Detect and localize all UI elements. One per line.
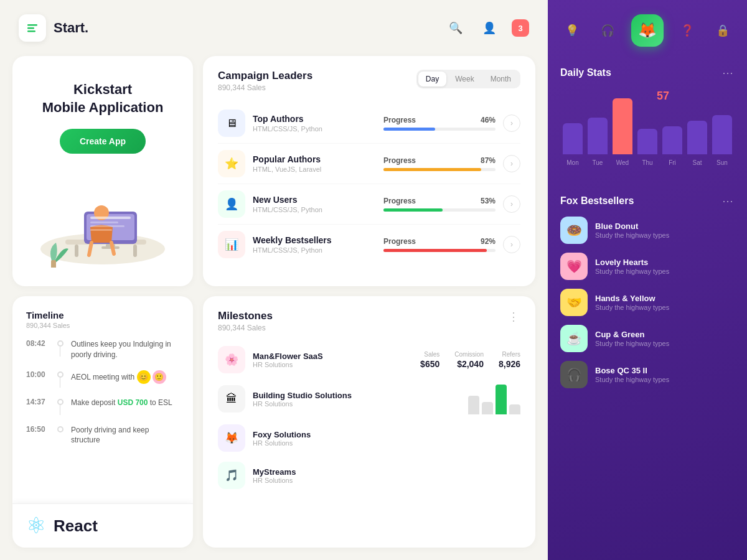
sidebar-icon-headphones[interactable]: 🎧 [595, 18, 620, 43]
filter-week[interactable]: Week [448, 72, 481, 86]
progress-label-3: Progress53% [383, 197, 496, 205]
campaign-arrow-4[interactable]: › [503, 236, 520, 253]
milestone-info-2: Building Studio Solutions HR Solutions [253, 391, 461, 408]
chart-bar-sat [687, 121, 707, 154]
milestone-name-1: Man&Flower SaaS [253, 352, 413, 361]
create-app-button[interactable]: Create App [60, 129, 146, 154]
bs-thumb-1: 🍩 [560, 217, 588, 244]
chart-bar-wrap-tue: Tue [588, 98, 608, 166]
milestone-row-1: 🌸 Man&Flower SaaS HR Solutions Sales $65… [218, 341, 520, 378]
sidebar-icon-fox-active[interactable]: 🦊 [631, 14, 664, 47]
daily-stats-title: Daily Stats [560, 67, 611, 78]
chart-bar-wrap-sun: Sun [712, 98, 732, 166]
milestone-row-2: 🏛 Building Studio Solutions HR Solutions [218, 378, 520, 419]
react-logo-icon: ⚛ [26, 513, 46, 539]
milestone-name-2: Building Studio Solutions [253, 391, 461, 400]
user-icon[interactable]: 👤 [478, 17, 500, 39]
mini-chart-building [468, 383, 520, 414]
campaign-icon-2: ⭐ [218, 150, 245, 177]
bs-sub-3: Study the highway types [595, 304, 735, 311]
filter-day[interactable]: Day [418, 72, 446, 86]
bs-info-1: Blue Donut Study the highway types [595, 222, 735, 239]
mini-bar-3 [496, 385, 507, 414]
sidebar-icon-lock[interactable]: 🔒 [710, 18, 735, 43]
chart-bar-thu [637, 129, 657, 154]
timeline-item-1: 08:42 Outlines keep you Indulging in poo… [26, 339, 179, 360]
chart-area: 57 Mon Tue Wed Thu Fri Sat Sun [560, 90, 735, 177]
progress-bar-bg-4 [383, 249, 496, 252]
campaign-row-3: 👤 New Users HTML/CSS/JS, Python Progress… [218, 184, 520, 225]
timeline-item-3: 14:37 Make deposit USD 700 to ESL [26, 398, 179, 415]
milestone-cat-4: HR Solutions [253, 477, 520, 484]
timeline-subtitle: 890,344 Sales [26, 322, 179, 329]
svg-rect-14 [90, 222, 118, 223]
right-sidebar: 💡 🎧 🦊 ❓ 🔒 Daily Stats ⋯ 57 Mon Tue Wed T… [548, 0, 747, 560]
bs-thumb-3: 🤝 [560, 289, 588, 316]
avatar-1: 😊 [137, 370, 151, 384]
timeline-item-4: 16:50 Poorly driving and keep structure [26, 425, 179, 446]
mini-bar-4 [509, 404, 520, 414]
milestone-info-1: Man&Flower SaaS HR Solutions [253, 352, 413, 368]
campaign-name-3: New Users [253, 195, 376, 205]
chart-bar-wrap-wed: Wed [613, 98, 632, 166]
campaign-info-2: Popular Authors HTML, VueJS, Laravel [253, 154, 376, 173]
chart-bar-wed [613, 98, 632, 154]
bs-info-2: Lovely Hearts Study the highway types [595, 258, 735, 275]
fox-bestsellers-section: Fox Bestsellers ⋯ 🍩 Blue Donut Study the… [548, 187, 747, 560]
campaign-arrow-1[interactable]: › [503, 114, 520, 132]
bs-info-3: Hands & Yellow Study the highway types [595, 294, 735, 311]
chart-day-label-sat: Sat [692, 159, 702, 166]
milestones-card: Milestones 890,344 Sales ⋮ 🌸 Man&Flower … [203, 296, 535, 548]
milestone-name-3: Foxy Solutions [253, 430, 520, 439]
svg-rect-6 [133, 245, 137, 257]
notification-badge[interactable]: 3 [512, 19, 529, 37]
timeline-text-2: AEOL meeting with [71, 373, 137, 381]
svg-rect-13 [90, 217, 131, 219]
bs-thumb-2: 💗 [560, 253, 588, 280]
campaign-tags-1: HTML/CSS/JS, Python [253, 125, 376, 133]
bestseller-item-3[interactable]: 🤝 Hands & Yellow Study the highway types [560, 289, 735, 316]
sidebar-icon-bulb[interactable]: 💡 [560, 18, 585, 43]
logo-icon [19, 14, 46, 42]
campaign-row-4: 📊 Weekly Bestsellers HTML/CSS/JS, Python… [218, 225, 520, 264]
bs-sub-1: Study the highway types [595, 231, 735, 239]
svg-rect-0 [27, 24, 37, 26]
daily-stats-menu[interactable]: ⋯ [722, 66, 735, 80]
bestseller-item-2[interactable]: 💗 Lovely Hearts Study the highway types [560, 253, 735, 280]
milestone-stats-1: Sales $650 Comission $2,040 Refers 8,926 [420, 351, 520, 369]
content-grid: Kickstart Mobile Application Create App [0, 56, 548, 560]
chart-day-label-mon: Mon [566, 159, 578, 166]
timeline-dot-3 [57, 399, 63, 405]
chart-bar-sun [712, 115, 732, 154]
bestseller-item-5[interactable]: 🎧 Bose QC 35 II Study the highway types [560, 361, 735, 388]
svg-rect-5 [75, 245, 78, 257]
campaign-info-1: Top Authors HTML/CSS/JS, Python [253, 114, 376, 133]
daily-stats-section: Daily Stats ⋯ 57 Mon Tue Wed Thu Fri Sat… [548, 56, 747, 187]
campaign-row-1: 🖥 Top Authors HTML/CSS/JS, Python Progre… [218, 103, 520, 144]
campaign-tags-4: HTML/CSS/JS, Python [253, 246, 376, 254]
sidebar-icon-question[interactable]: ❓ [675, 18, 700, 43]
campaign-arrow-3[interactable]: › [503, 195, 520, 213]
search-icon[interactable]: 🔍 [444, 17, 467, 39]
progress-bar-fill-3 [383, 208, 443, 212]
milestone-row-3: 🦊 Foxy Solutions HR Solutions [218, 419, 520, 457]
chart-bar-wrap-fri: Fri [662, 98, 682, 166]
header: Start. 🔍 👤 3 [0, 0, 548, 56]
bestseller-item-4[interactable]: ☕ Cup & Green Study the highway types [560, 325, 735, 352]
progress-section-1: Progress46% [383, 116, 496, 131]
chart-day-label-sun: Sun [716, 159, 728, 166]
bestseller-item-1[interactable]: 🍩 Blue Donut Study the highway types [560, 217, 735, 244]
fox-bestsellers-menu[interactable]: ⋯ [722, 194, 735, 208]
milestones-title: Milestones [218, 310, 273, 322]
campaign-card: Campaign Leaders 890,344 Sales Day Week … [203, 56, 535, 286]
bs-thumb-4: ☕ [560, 325, 588, 352]
bs-sub-4: Study the highway types [595, 340, 735, 347]
campaign-arrow-2[interactable]: › [503, 155, 520, 172]
campaign-row-2: ⭐ Popular Authors HTML, VueJS, Laravel P… [218, 144, 520, 184]
milestones-dots[interactable]: ⋮ [508, 310, 520, 324]
chart-bar-wrap-thu: Thu [637, 98, 657, 166]
bs-info-5: Bose QC 35 II Study the highway types [595, 366, 735, 383]
progress-bar-fill-4 [383, 249, 487, 252]
filter-month[interactable]: Month [483, 72, 519, 86]
progress-section-2: Progress87% [383, 156, 496, 171]
